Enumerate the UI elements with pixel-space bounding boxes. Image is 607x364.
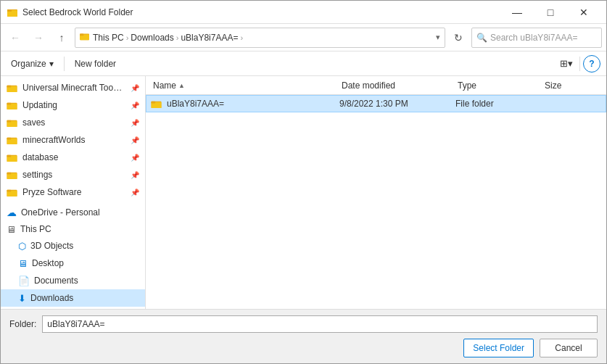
search-placeholder: Search uBlaY8i7AAA= [490, 33, 577, 43]
table-row[interactable]: uBlaY8i7AAA= 9/8/2022 1:30 PM File folde… [146, 95, 606, 112]
sidebar-item-onedrive[interactable]: ☁ OneDrive - Personal [1, 204, 145, 221]
help-button[interactable]: ? [583, 55, 600, 73]
pin-icon: 📌 [131, 102, 139, 109]
folder-icon [7, 101, 18, 110]
sidebar-item-settings[interactable]: settings 📌 [1, 166, 145, 183]
sidebar-item-saves[interactable]: saves 📌 [1, 114, 145, 131]
svg-rect-26 [7, 189, 12, 191]
folder-icon [7, 170, 18, 180]
search-icon: 🔍 [476, 33, 487, 43]
sort-arrow: ▲ [178, 82, 185, 89]
col-header-date[interactable]: Date modified [339, 76, 455, 94]
cancel-button[interactable]: Cancel [540, 339, 598, 357]
folder-icon [7, 136, 18, 145]
sidebar-label: Universal Minecraft Too… [22, 83, 126, 93]
3dobjects-icon: ⬡ [18, 241, 26, 252]
button-row: Select Folder Cancel [9, 339, 598, 357]
sidebar-item-updating[interactable]: Updating 📌 [1, 96, 145, 114]
organize-button[interactable]: Organize ▾ [7, 55, 58, 73]
file-name-cell: uBlaY8i7AAA= [151, 99, 339, 109]
pin-icon: 📌 [131, 171, 139, 179]
sidebar-item-minecraftWorlds[interactable]: minecraftWorlds 📌 [1, 131, 145, 149]
address-bar[interactable]: This PC › Downloads › uBlaY8i7AAA= › ▾ [75, 28, 445, 48]
sidebar-label: OneDrive - Personal [21, 207, 139, 218]
folder-icon [7, 188, 18, 197]
select-folder-button[interactable]: Select Folder [463, 339, 534, 357]
svg-rect-5 [80, 34, 83, 36]
organize-label: Organize [11, 59, 46, 69]
svg-rect-8 [7, 85, 12, 87]
address-chevron: ▾ [436, 33, 440, 42]
sidebar-thispc-section[interactable]: 🖥 This PC [1, 221, 145, 237]
bottom-bar: Folder: Select Folder Cancel [1, 309, 606, 363]
search-box[interactable]: 🔍 Search uBlaY8i7AAA= [471, 28, 602, 48]
downloads-icon: ⬇ [18, 293, 26, 304]
forward-button[interactable]: → [28, 28, 49, 48]
folder-icon [7, 83, 18, 93]
sidebar-label: minecraftWorlds [22, 135, 126, 145]
view-button[interactable]: ⊞ ▾ [556, 55, 577, 73]
pin-icon: 📌 [131, 136, 139, 144]
pin-icon: 📌 [131, 84, 139, 92]
title-bar: Select Bedrock World Folder — □ ✕ [1, 1, 606, 24]
sidebar-item-documents[interactable]: 📄 Documents [1, 272, 145, 289]
pin-icon: 📌 [131, 189, 139, 197]
sidebar-item-universal-minecraft[interactable]: Universal Minecraft Too… 📌 [1, 79, 145, 96]
dialog-window: Select Bedrock World Folder — □ ✕ ← → ↑ … [0, 0, 607, 364]
toolbar-row: ← → ↑ This PC › Downloads › uBlaY8i7AAA=… [1, 24, 606, 51]
sidebar-item-downloads[interactable]: ⬇ Downloads [1, 289, 145, 307]
main-content: Universal Minecraft Too… 📌 Updating 📌 [1, 76, 606, 309]
file-name: uBlaY8i7AAA= [167, 99, 224, 109]
folder-icon [151, 99, 162, 109]
toolbar-divider [64, 57, 65, 71]
svg-rect-29 [152, 101, 156, 103]
new-folder-button[interactable]: New folder [70, 55, 120, 73]
file-type: File folder [455, 99, 494, 109]
folder-input[interactable] [42, 315, 598, 333]
col-size-label: Size [545, 80, 561, 91]
folder-icon [7, 153, 18, 162]
action-bar: Organize ▾ New folder ⊞ ▾ ? [1, 51, 606, 76]
pin-icon: 📌 [131, 119, 139, 127]
documents-icon: 📄 [18, 276, 30, 286]
col-header-type[interactable]: Type [455, 76, 542, 94]
view-chevron: ▾ [568, 58, 573, 69]
crumb-thispc: This PC [93, 33, 124, 43]
file-date-cell: 9/8/2022 1:30 PM [339, 99, 455, 109]
file-list-header: Name ▲ Date modified Type Size [146, 76, 606, 95]
crumb-folder: uBlaY8i7AAA= [181, 33, 238, 43]
folder-icon [7, 118, 18, 128]
view-icon: ⊞ [560, 58, 568, 69]
title-bar-icon [7, 7, 18, 18]
col-header-name[interactable]: Name ▲ [150, 76, 339, 94]
toolbar-right: ⊞ ▾ ? [556, 55, 600, 73]
file-list: uBlaY8i7AAA= 9/8/2022 1:30 PM File folde… [146, 95, 606, 309]
sidebar-item-desktop[interactable]: 🖥 Desktop [1, 255, 145, 272]
sidebar-label: database [22, 152, 126, 162]
col-date-label: Date modified [342, 80, 395, 91]
back-button[interactable]: ← [5, 28, 25, 48]
maximize-button[interactable]: □ [534, 1, 567, 24]
sidebar: Universal Minecraft Too… 📌 Updating 📌 [1, 76, 146, 309]
file-pane: Name ▲ Date modified Type Size [146, 76, 606, 309]
sidebar-item-3d-objects[interactable]: ⬡ 3D Objects [1, 237, 145, 255]
minimize-button[interactable]: — [500, 1, 534, 24]
sidebar-item-database[interactable]: database 📌 [1, 149, 145, 166]
title-bar-controls: — □ ✕ [500, 1, 600, 24]
refresh-button[interactable]: ↻ [448, 28, 468, 48]
toolbar-divider-2 [579, 57, 580, 71]
sidebar-item-pryze-software[interactable]: Pryze Software 📌 [1, 183, 145, 201]
close-button[interactable]: ✕ [567, 1, 600, 24]
svg-rect-20 [7, 154, 12, 157]
svg-rect-2 [7, 9, 12, 12]
thispc-icon: 🖥 [7, 224, 16, 235]
up-button[interactable]: ↑ [51, 28, 72, 48]
address-folder-icon [80, 32, 90, 43]
col-header-size[interactable]: Size [542, 76, 600, 94]
col-name-label: Name [153, 80, 176, 91]
file-type-cell: File folder [455, 99, 542, 109]
sidebar-label: 3D Objects [30, 241, 139, 251]
desktop-icon: 🖥 [18, 258, 28, 269]
svg-rect-17 [7, 137, 12, 139]
pin-icon: 📌 [131, 154, 139, 162]
